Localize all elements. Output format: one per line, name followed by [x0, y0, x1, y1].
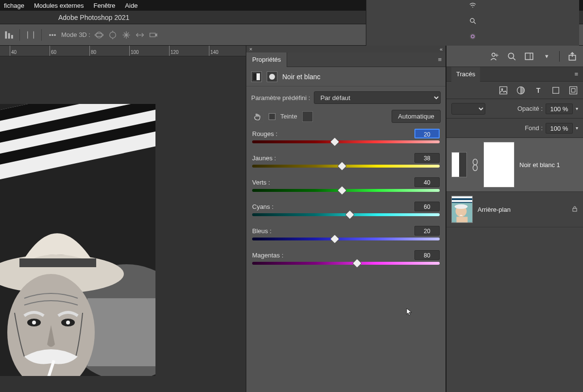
ruler-tick: 100 [129, 46, 139, 56]
tab-traces[interactable]: Tracés [451, 67, 480, 82]
close-panel-button[interactable]: × [249, 46, 252, 52]
color-slider: Bleus : 20 [252, 226, 440, 240]
slider-value-input[interactable]: 80 [414, 250, 440, 260]
layer-name[interactable]: Arrière-plan [478, 206, 511, 213]
svg-point-61 [473, 165, 478, 170]
svg-point-17 [54, 34, 56, 36]
search-icon[interactable] [507, 51, 516, 61]
svg-rect-21 [150, 33, 155, 37]
preset-select[interactable]: Par défaut [314, 91, 441, 104]
targeted-adjustment-icon[interactable] [251, 110, 264, 123]
export-icon[interactable] [567, 51, 577, 61]
layer-row[interactable]: Noir et blanc 1 [446, 138, 583, 192]
filter-shape-icon[interactable] [551, 85, 561, 95]
filter-type-icon[interactable]: T [533, 85, 543, 95]
svg-point-20 [110, 32, 116, 38]
opacity-label: Opacité : [517, 105, 543, 112]
svg-rect-45 [525, 53, 533, 59]
tab-properties[interactable]: Propriétés [246, 52, 287, 67]
svg-rect-64 [452, 196, 472, 198]
roll-icon[interactable] [108, 30, 118, 40]
tool-preset-icon[interactable] [4, 30, 14, 40]
slide-icon[interactable] [135, 30, 145, 40]
tint-checkbox[interactable] [269, 113, 275, 120]
layer-name[interactable]: Noir et blanc 1 [519, 161, 560, 169]
pan-icon[interactable] [121, 30, 131, 40]
ruler-tick: 80 [89, 46, 96, 56]
opacity-value[interactable]: 100 % [546, 103, 573, 114]
canvas-area[interactable]: 406080100120140 [0, 46, 246, 392]
svg-rect-65 [452, 200, 472, 202]
slider-value-input[interactable]: 20 [414, 129, 440, 138]
slider-track[interactable] [252, 213, 440, 216]
menu-aide[interactable]: Aide [125, 2, 137, 9]
svg-rect-51 [553, 87, 559, 93]
svg-point-16 [51, 34, 53, 36]
slider-track[interactable] [252, 165, 440, 168]
ruler-tick: 40 [10, 46, 17, 56]
workspace-icon[interactable] [524, 51, 534, 61]
layer-mask-icon [267, 71, 277, 82]
orbit-icon[interactable] [94, 30, 104, 40]
tint-label: Teinte [280, 113, 297, 120]
slider-track[interactable] [252, 262, 440, 265]
collapse-panel-button[interactable]: « [440, 46, 443, 52]
status-siri-icon[interactable] [469, 33, 477, 40]
slider-track[interactable] [252, 140, 440, 143]
slider-thumb[interactable] [337, 161, 347, 171]
slider-track[interactable] [252, 189, 440, 192]
menu-fichage[interactable]: fichage [4, 2, 24, 9]
slider-thumb[interactable] [345, 210, 355, 220]
svg-line-44 [513, 58, 515, 60]
slider-thumb[interactable] [330, 137, 340, 147]
svg-rect-68 [457, 217, 468, 222]
tint-swatch[interactable] [302, 111, 313, 122]
more-icon[interactable] [48, 30, 57, 40]
slider-value-input[interactable]: 38 [414, 153, 440, 163]
status-wifi-icon[interactable] [469, 1, 477, 9]
slider-thumb[interactable] [337, 186, 347, 195]
panel-menu-button[interactable]: ≡ [434, 56, 446, 63]
adjustment-thumb-icon [451, 152, 467, 177]
filter-image-icon[interactable] [498, 85, 508, 95]
menu-modules-externes[interactable]: Modules externes [34, 2, 84, 9]
camera-3d-icon[interactable] [149, 30, 158, 40]
layer-row[interactable]: Arrière-plan [446, 192, 583, 227]
fill-label: Fond : [525, 124, 543, 132]
adjustment-layer-icon [251, 71, 262, 82]
status-search-icon[interactable] [469, 17, 477, 25]
align-icon[interactable] [26, 30, 35, 40]
canvas-image[interactable] [0, 104, 155, 376]
blend-mode-select[interactable] [451, 103, 485, 115]
svg-point-35 [66, 321, 70, 324]
color-slider: Rouges : 20 [252, 129, 440, 143]
slider-value-input[interactable]: 60 [414, 202, 440, 211]
filter-adjustment-icon[interactable] [516, 85, 526, 95]
slider-thumb[interactable] [352, 258, 362, 268]
lock-icon [571, 205, 578, 214]
svg-rect-38 [253, 73, 257, 80]
link-icon[interactable] [471, 160, 480, 169]
color-slider: Verts : 40 [252, 177, 440, 192]
properties-panel: × « Propriétés ≡ Noir et blanc Paramètre… [246, 46, 446, 392]
slider-value-input[interactable]: 20 [414, 226, 440, 236]
slider-track[interactable] [252, 238, 440, 240]
slider-value-input[interactable]: 40 [414, 177, 440, 187]
svg-rect-39 [257, 73, 260, 80]
filter-smart-icon[interactable] [568, 85, 578, 95]
fill-value[interactable]: 100 % [546, 123, 573, 134]
layer-mask-thumb[interactable] [483, 142, 514, 187]
svg-line-4 [474, 22, 476, 24]
adjustment-title: Noir et blanc [282, 73, 321, 81]
menu-fenetre[interactable]: Fenêtre [94, 2, 116, 9]
slider-thumb[interactable] [330, 234, 340, 244]
auto-button[interactable]: Automatique [392, 110, 441, 123]
svg-rect-28 [87, 298, 155, 366]
right-panels: ▾ Tracés ≡ T Opacité : 100 % ▾ [446, 46, 583, 392]
chevron-down-icon[interactable]: ▾ [542, 51, 551, 61]
panel-menu-button[interactable]: ≡ [574, 70, 578, 78]
svg-rect-52 [570, 86, 577, 94]
share-person-icon[interactable] [489, 51, 499, 61]
svg-rect-10 [5, 31, 7, 38]
svg-point-5 [470, 34, 476, 39]
